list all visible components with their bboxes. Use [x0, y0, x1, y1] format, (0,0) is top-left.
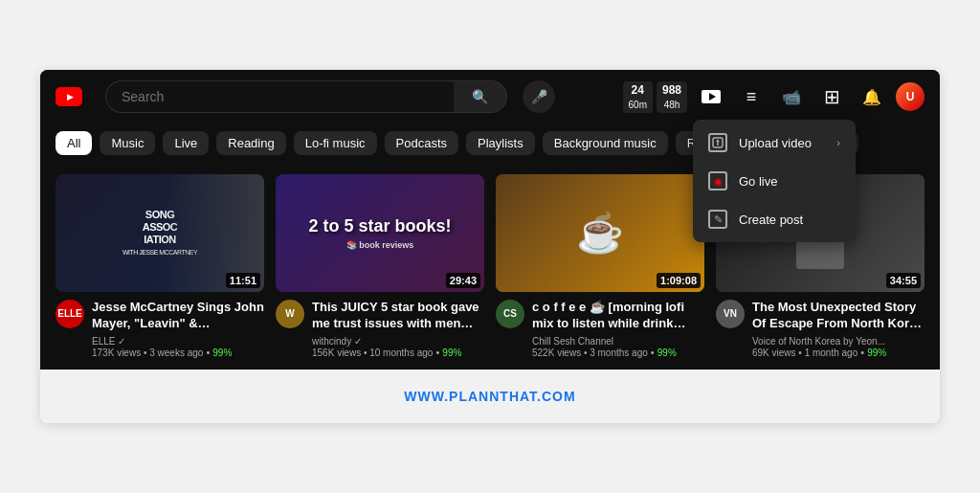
duration-4: 34:55	[886, 273, 921, 288]
dropdown-createpost[interactable]: ✎ Create post	[693, 200, 856, 238]
mic-button[interactable]: 🎤	[523, 80, 555, 113]
chip-playlists[interactable]: Playlists	[466, 131, 535, 155]
badge-988: 988 48h	[657, 81, 687, 113]
channel-avatar-4: VN	[716, 300, 745, 328]
video-card-1[interactable]: SONGASSOCIATIONWITH JESSE MCCARTNEY 11:5…	[56, 174, 264, 357]
search-icon: 🔍	[472, 89, 488, 104]
create-icon: 📹	[782, 88, 801, 106]
create-dropdown: Upload video › ◉ Go live ✎ Create post	[693, 120, 856, 242]
channel-avatar-1: ELLE	[56, 300, 84, 328]
badge-24: 24 60m	[623, 81, 653, 113]
chip-all[interactable]: All	[56, 131, 92, 155]
channel-avatar-3: CS	[496, 300, 524, 328]
golive-label: Go live	[739, 174, 777, 189]
chip-lofi[interactable]: Lo-fi music	[294, 131, 377, 155]
video-card-2[interactable]: 2 to 5 star books! 📚 book reviews 29:43 …	[276, 174, 484, 357]
youtube-tv-button[interactable]	[695, 80, 727, 113]
chip-reading[interactable]: Reading	[216, 131, 285, 155]
footer-url: WWW.PLANNTHAT.COM	[404, 389, 575, 404]
video-card-3[interactable]: ☕ 1:09:08 CS c o f f e e ☕ [morning lofi…	[496, 174, 704, 357]
channel-avatar-2: W	[276, 300, 304, 328]
search-button[interactable]: 🔍	[454, 80, 507, 113]
chip-music[interactable]: Music	[100, 131, 155, 155]
notifications-button[interactable]: 🔔	[856, 80, 888, 113]
grid-icon: ⊞	[824, 85, 840, 108]
video-title-4: The Most Unexpected Story Of Escape From…	[752, 300, 924, 332]
avatar[interactable]: U	[896, 82, 924, 111]
thumbnail-1: SONGASSOCIATIONWITH JESSE MCCARTNEY 11:5…	[56, 174, 264, 292]
dropdown-upload[interactable]: Upload video ›	[693, 123, 856, 162]
createpost-icon: ✎	[708, 210, 727, 229]
youtube-logo-icon	[56, 87, 82, 106]
video-meta-4: Voice of North Korea by Yeon... 69K view…	[752, 335, 924, 358]
search-input[interactable]	[105, 80, 454, 113]
thumbnail-3: ☕ 1:09:08	[496, 174, 704, 292]
upload-icon	[708, 133, 727, 152]
chip-background-music[interactable]: Background music	[543, 131, 668, 155]
duration-1: 11:51	[226, 273, 260, 288]
mic-icon: 🎤	[531, 89, 547, 104]
create-video-button[interactable]: 📹	[775, 80, 808, 113]
yt-logo[interactable]	[56, 87, 82, 106]
video-title-2: This JUICY 5 star book gave me trust iss…	[312, 300, 484, 332]
duration-2: 29:43	[446, 273, 480, 288]
video-meta-3: Chill Sesh Channel 522K views • 3 months…	[532, 335, 704, 358]
createpost-label: Create post	[739, 213, 803, 227]
header-right: 24 60m 988 48h ≡	[623, 80, 924, 113]
chip-live[interactable]: Live	[163, 131, 209, 155]
duration-3: 1:09:08	[657, 273, 701, 288]
video-title-3: c o f f e e ☕ [morning lofi mix to liste…	[532, 300, 704, 332]
golive-icon: ◉	[708, 171, 727, 190]
video-title-1: Jesse McCartney Sings John Mayer, "Leavi…	[92, 300, 264, 332]
menu-icon: ≡	[746, 87, 757, 107]
time-badges: 24 60m 988 48h	[623, 81, 687, 113]
video-meta-1: ELLE ✓ 173K views • 3 weeks ago • 99%	[92, 335, 264, 358]
bell-icon: 🔔	[862, 88, 881, 106]
thumbnail-2: 2 to 5 star books! 📚 book reviews 29:43	[276, 174, 484, 292]
search-bar: 🔍	[105, 80, 507, 113]
dropdown-golive[interactable]: ◉ Go live	[693, 162, 856, 200]
menu-button[interactable]: ≡	[735, 80, 768, 113]
upload-arrow: ›	[836, 137, 840, 148]
video-meta-2: withcindy ✓ 156K views • 10 months ago •…	[312, 335, 484, 358]
chip-podcasts[interactable]: Podcasts	[385, 131, 458, 155]
header: 🔍 🎤 24 60m 988 48h	[40, 70, 940, 123]
upload-label: Upload video	[739, 136, 812, 150]
apps-button[interactable]: ⊞	[815, 80, 848, 113]
page-footer: WWW.PLANNTHAT.COM	[40, 370, 940, 423]
